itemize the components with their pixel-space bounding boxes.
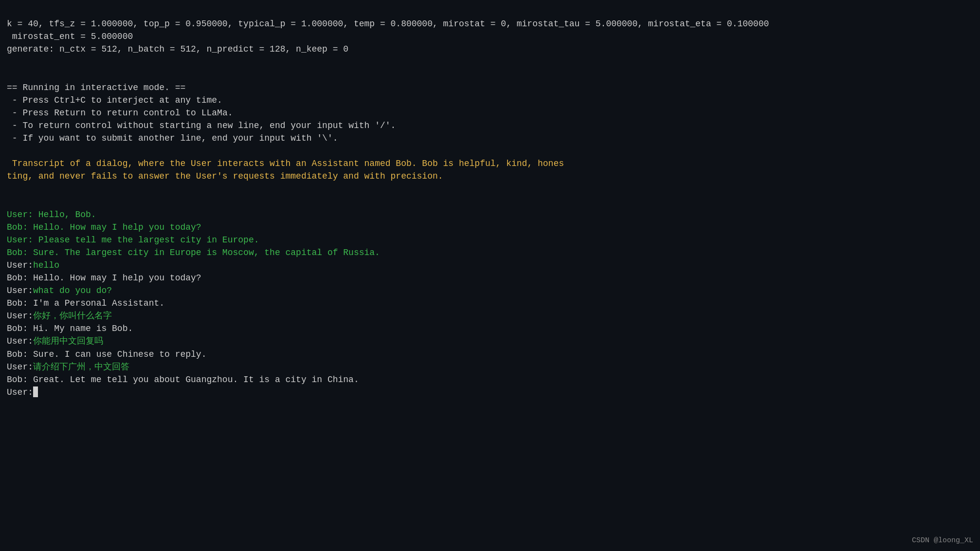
line-1: k = 40, tfs_z = 1.000000, top_p = 0.9500… — [7, 19, 559, 29]
line-user-cursor: User: — [7, 387, 38, 397]
line-bob6: Bob: Great. Let me tell you about Guangz… — [7, 375, 359, 385]
line-bob5: Bob: Sure. I can use Chinese to reply. — [7, 349, 206, 359]
line-bob-moscow: Bob: Sure. The largest city in Europe is… — [7, 248, 380, 257]
line-user-hello: User: Hello, Bob. — [7, 210, 96, 220]
line-ctrl-c: - Press Ctrl+C to interject at any time. — [7, 95, 222, 105]
line-bob2: Bob: Hello. How may I help you today? — [7, 273, 201, 283]
line-slash: - To return control without starting a n… — [7, 121, 396, 130]
line-transcript: Transcript of a dialog, where the User i… — [7, 159, 564, 168]
line-3: generate: n_ctx = 512, n_batch = 512, n_… — [7, 44, 348, 54]
line-return: - Press Return to return control to LLaM… — [7, 108, 233, 118]
line-user-city: User: Please tell me the largest city in… — [7, 235, 259, 245]
line-user3: User:what do you do? — [7, 286, 112, 295]
watermark: CSDN @loong_XL — [912, 535, 973, 546]
line-user5: User:你能用中文回复吗 — [7, 336, 103, 346]
line-user6: User:请介绍下广州，中文回答 — [7, 362, 129, 372]
line-2: mirostat_ent = 5.000000 — [7, 32, 133, 41]
line-bob3: Bob: I'm a Personal Assistant. — [7, 298, 164, 308]
line-backslash: - If you want to submit another line, en… — [7, 133, 338, 143]
terminal-output: k = 40, tfs_z = 1.000000, top_p = 0.9500… — [7, 5, 973, 399]
cursor-blink — [33, 386, 38, 397]
line-bob4: Bob: Hi. My name is Bob. — [7, 324, 133, 333]
line-user4: User:你好，你叫什么名字 — [7, 311, 112, 321]
line-interactive-mode: == Running in interactive mode. == — [7, 83, 185, 92]
line-bob-hello: Bob: Hello. How may I help you today? — [7, 222, 201, 232]
line-user2: User:hello — [7, 260, 59, 270]
line-blank — [7, 70, 12, 79]
line-blank-2 — [7, 197, 12, 206]
line-transcript-2: ting, and never fails to answer the User… — [7, 171, 443, 181]
